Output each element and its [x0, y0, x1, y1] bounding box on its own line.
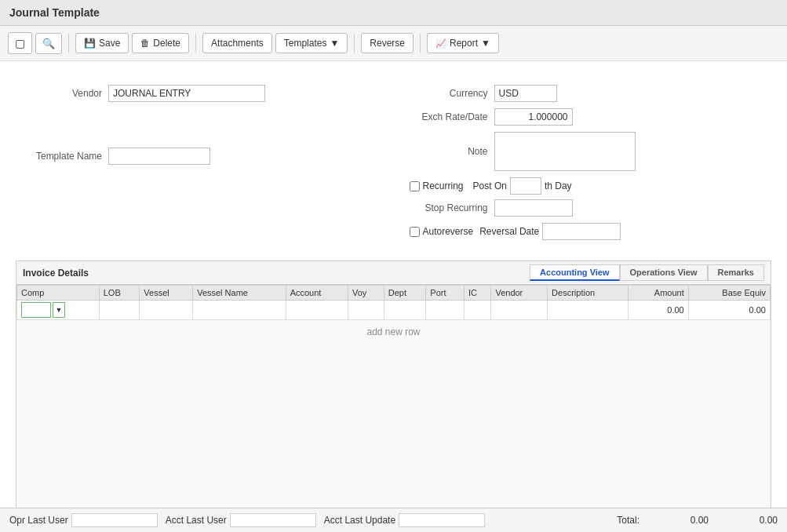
autoreverse-row: Autoreverse Reversal Date [410, 223, 772, 240]
acct-last-update-input[interactable] [399, 513, 485, 527]
col-lob: LOB [99, 286, 140, 301]
currency-row: Currency [410, 85, 772, 102]
opr-last-user-label: Opr Last User [9, 515, 68, 526]
recurring-row: Recurring Post On th Day [410, 177, 772, 195]
vendor-label: Vendor [16, 88, 102, 99]
exch-rate-label: Exch Rate/Date [410, 111, 488, 122]
cell-amount: 0.00 [629, 301, 688, 320]
report-icon: 📈 [435, 38, 446, 49]
acct-last-user-item: Acct Last User [166, 513, 316, 527]
exch-rate-input[interactable] [494, 108, 573, 126]
add-new-row[interactable]: add new row [16, 320, 771, 344]
cell-comp: ▼ [17, 301, 100, 320]
tab-remarks[interactable]: Remarks [708, 264, 764, 281]
acct-last-user-label: Acct Last User [166, 515, 227, 526]
template-name-row: Template Name [16, 148, 378, 165]
col-comp: Comp [17, 286, 100, 301]
note-input[interactable] [494, 132, 636, 171]
grid-table: Comp LOB Vessel Vessel Name Account Voy … [16, 285, 771, 320]
comp-dropdown-button[interactable]: ▼ [53, 302, 65, 318]
delete-icon: 🗑 [140, 38, 150, 49]
delete-button[interactable]: 🗑 Delete [132, 33, 189, 53]
invoice-header: Invoice Details Accounting View Operatio… [16, 261, 771, 285]
cell-voy[interactable] [348, 301, 384, 320]
col-description: Description [548, 286, 629, 301]
col-dept: Dept [384, 286, 426, 301]
save-button[interactable]: 💾 Save [75, 33, 129, 53]
cell-vessel-name[interactable] [193, 301, 286, 320]
stop-recurring-input[interactable] [494, 199, 573, 217]
main-content: Vendor Template Name Currency Exch Rate/… [0, 61, 787, 525]
reverse-button[interactable]: Reverse [361, 33, 414, 53]
attachments-button[interactable]: Attachments [202, 33, 272, 53]
cell-port[interactable] [426, 301, 465, 320]
view-tabs: Accounting View Operations View Remarks [530, 264, 764, 281]
currency-input[interactable] [494, 85, 557, 102]
tab-accounting-view[interactable]: Accounting View [530, 264, 619, 281]
currency-label: Currency [410, 88, 488, 99]
cell-lob[interactable] [99, 301, 140, 320]
toolbar: ▢ 🔍 💾 Save 🗑 Delete Attachments Template… [0, 26, 787, 61]
opr-last-user-item: Opr Last User [9, 513, 158, 527]
col-voy: Voy [348, 286, 384, 301]
comp-input[interactable] [21, 302, 51, 318]
cell-dept[interactable] [384, 301, 426, 320]
template-name-input[interactable] [108, 148, 210, 165]
reversal-date-label: Reversal Date [479, 226, 539, 237]
reversal-date-input[interactable] [542, 223, 621, 240]
col-vessel: Vessel [140, 286, 193, 301]
total-label: Total: [617, 515, 639, 526]
templates-dropdown-icon: ▼ [330, 38, 339, 49]
page-title: Journal Template [9, 6, 100, 19]
recurring-checkbox[interactable] [410, 181, 420, 191]
search-button[interactable]: 🔍 [35, 33, 62, 54]
cell-ic[interactable] [465, 301, 491, 320]
invoice-details-label: Invoice Details [23, 268, 89, 279]
col-ic: IC [465, 286, 491, 301]
post-on-label: Post On [473, 180, 507, 191]
cell-base-equiv: 0.00 [688, 301, 770, 320]
templates-button[interactable]: Templates ▼ [275, 33, 348, 53]
template-name-label: Template Name [16, 151, 102, 162]
autoreverse-checkbox[interactable] [410, 227, 420, 237]
search-icon: 🔍 [42, 38, 55, 49]
acct-last-user-input[interactable] [230, 513, 316, 527]
note-label: Note [410, 146, 488, 157]
recurring-inline: Post On th Day [473, 177, 572, 195]
post-on-input[interactable] [510, 177, 541, 195]
report-dropdown-icon: ▼ [481, 38, 490, 49]
grid-empty-area: add new row [16, 320, 771, 524]
invoice-section: Invoice Details Accounting View Operatio… [16, 261, 771, 525]
total-amount: 0.00 [646, 515, 709, 526]
table-row: ▼ 0. [17, 301, 771, 320]
note-row: Note [410, 132, 772, 171]
acct-last-update-label: Acct Last Update [324, 515, 395, 526]
divider-2 [195, 34, 196, 53]
grid-header-row: Comp LOB Vessel Vessel Name Account Voy … [17, 286, 771, 301]
col-vendor: Vendor [491, 286, 548, 301]
exch-rate-row: Exch Rate/Date [410, 108, 772, 126]
vendor-input[interactable] [108, 85, 265, 102]
report-button[interactable]: 📈 Report ▼ [427, 33, 499, 53]
th-day-label: th Day [545, 180, 572, 191]
comp-cell: ▼ [21, 302, 95, 318]
form-left: Vendor Template Name [16, 85, 378, 245]
grid-container: Comp LOB Vessel Vessel Name Account Voy … [16, 285, 771, 524]
total-base-equiv: 0.00 [715, 515, 778, 526]
cell-vendor[interactable] [491, 301, 548, 320]
autoreverse-label: Autoreverse [423, 226, 474, 237]
cell-account[interactable] [286, 301, 348, 320]
form-right: Currency Exch Rate/Date Note Recurring P… [410, 85, 772, 245]
opr-last-user-input[interactable] [71, 513, 158, 527]
tab-operations-view[interactable]: Operations View [620, 264, 708, 281]
footer-bar: Opr Last User Acct Last User Acct Last U… [0, 508, 787, 532]
cell-description[interactable] [548, 301, 629, 320]
save-icon: 💾 [84, 38, 96, 49]
divider-1 [68, 34, 69, 53]
stop-recurring-label: Stop Recurring [410, 202, 488, 213]
col-account: Account [286, 286, 348, 301]
cell-vessel[interactable] [140, 301, 193, 320]
new-button[interactable]: ▢ [8, 32, 32, 54]
stop-recurring-row: Stop Recurring [410, 199, 772, 217]
new-icon: ▢ [15, 37, 25, 49]
